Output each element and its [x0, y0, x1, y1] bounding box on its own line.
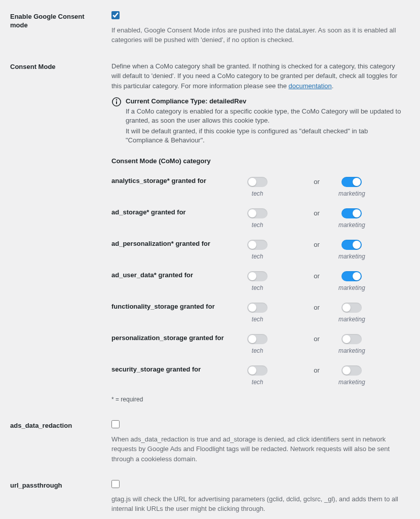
como-row: personalization_storage granted fortecho…	[111, 329, 405, 360]
toggle-tech-label: tech	[252, 315, 263, 324]
info-line2: It will be default granted, if this cook…	[126, 127, 405, 145]
toggle-tech-label: tech	[252, 220, 263, 230]
or-label: or	[314, 298, 338, 329]
info-line1: If a CoMo category is enabled for a spec…	[126, 107, 405, 125]
toggle-marketing[interactable]	[341, 240, 362, 250]
consent-mode-desc: Define when a CoMo category shall be gra…	[111, 61, 405, 91]
toggle-marketing-label: marketing	[338, 252, 365, 261]
svg-point-1	[116, 99, 118, 101]
row-label-enable: Enable Google Consent mode	[10, 5, 106, 55]
toggle-tech[interactable]	[247, 334, 268, 344]
toggle-marketing[interactable]	[341, 365, 362, 376]
toggle-marketing[interactable]	[341, 177, 362, 187]
toggle-tech-label: tech	[252, 189, 263, 198]
toggle-marketing[interactable]	[341, 334, 362, 344]
row-label-redaction: ads_data_redaction	[10, 414, 106, 474]
toggle-tech[interactable]	[247, 303, 268, 313]
toggle-tech-label: tech	[252, 378, 263, 387]
toggle-marketing[interactable]	[341, 303, 362, 313]
url-passthrough-desc: gtag.js will check the URL for advertisi…	[111, 494, 405, 514]
como-row: analytics_storage* granted fortechormark…	[111, 172, 405, 203]
info-title: Current Compliance Type: detailedRev	[126, 97, 246, 105]
or-label: or	[314, 172, 338, 203]
como-row-label: security_storage granted for	[111, 360, 247, 392]
como-row-label: analytics_storage* granted for	[111, 172, 247, 203]
toggle-marketing-label: marketing	[338, 220, 365, 230]
como-row-label: functionality_storage granted for	[111, 298, 247, 329]
como-row-label: ad_personalization* granted for	[111, 235, 247, 266]
ads-data-redaction-desc: When ads_data_redaction is true and ad_s…	[111, 434, 405, 464]
como-row-label: personalization_storage granted for	[111, 329, 247, 360]
toggle-marketing-label: marketing	[338, 378, 365, 387]
toggle-tech[interactable]	[247, 177, 268, 187]
toggle-tech[interactable]	[247, 271, 268, 281]
como-row-label: ad_user_data* granted for	[111, 266, 247, 298]
como-row: ad_personalization* granted fortechormar…	[111, 235, 405, 266]
url-passthrough-checkbox[interactable]	[111, 480, 120, 488]
ads-data-redaction-checkbox[interactable]	[111, 420, 120, 428]
row-label-passthrough: url_passthrough	[10, 474, 106, 519]
info-icon	[111, 97, 122, 110]
toggle-marketing-label: marketing	[338, 346, 365, 355]
enable-consent-checkbox[interactable]	[111, 11, 120, 19]
como-row: ad_user_data* granted fortechormarketing	[111, 266, 405, 298]
como-row: functionality_storage granted fortechorm…	[111, 298, 405, 329]
required-footnote: * = required	[111, 395, 405, 404]
como-row-label: ad_storage* granted for	[111, 203, 247, 235]
row-label-mode: Consent Mode	[10, 55, 106, 415]
como-table: analytics_storage* granted fortechormark…	[111, 172, 405, 392]
toggle-marketing[interactable]	[341, 271, 362, 281]
documentation-link[interactable]: documentation	[288, 82, 331, 90]
or-label: or	[314, 266, 338, 298]
toggle-tech-label: tech	[252, 283, 263, 292]
enable-consent-desc: If enabled, Google Consent Mode infos ar…	[111, 25, 405, 45]
settings-form: Enable Google Consent mode If enabled, G…	[10, 5, 410, 519]
or-label: or	[314, 235, 338, 266]
toggle-tech-label: tech	[252, 252, 263, 261]
como-heading: Consent Mode (CoMo) category	[111, 156, 405, 166]
toggle-marketing-label: marketing	[338, 283, 365, 292]
toggle-tech[interactable]	[247, 208, 268, 218]
info-box: Current Compliance Type: detailedRev If …	[111, 97, 405, 146]
toggle-tech[interactable]	[247, 240, 268, 250]
como-row: ad_storage* granted fortechormarketing	[111, 203, 405, 235]
or-label: or	[314, 203, 338, 235]
toggle-marketing-label: marketing	[338, 315, 365, 324]
toggle-tech[interactable]	[247, 365, 268, 376]
toggle-marketing-label: marketing	[338, 189, 365, 198]
svg-rect-2	[116, 101, 117, 104]
toggle-marketing[interactable]	[341, 208, 362, 218]
como-row: security_storage granted fortechormarket…	[111, 360, 405, 392]
or-label: or	[314, 329, 338, 360]
toggle-tech-label: tech	[252, 346, 263, 355]
or-label: or	[314, 360, 338, 392]
